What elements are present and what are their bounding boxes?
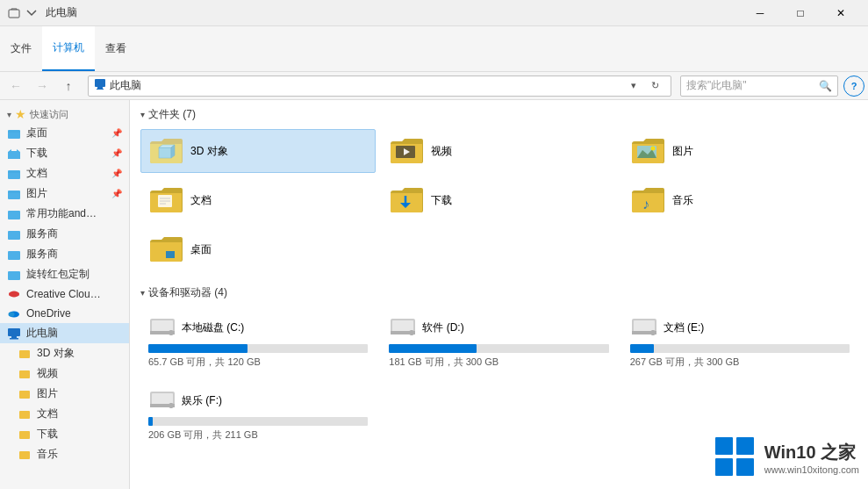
drive-f-info: 206 GB 可用，共 211 GB — [148, 428, 368, 442]
video-small-icon — [18, 367, 32, 381]
drive-item-c[interactable]: 本地磁盘 (C:) 65.7 GB 可用，共 120 GB — [140, 307, 376, 375]
folder-item-downloads[interactable]: 下载 — [381, 178, 616, 222]
svg-rect-23 — [19, 411, 30, 419]
tab-file[interactable]: 文件 — [0, 26, 42, 71]
sidebar-item-documents2[interactable]: 文档 — [0, 404, 129, 424]
back-button[interactable]: ← — [4, 74, 28, 98]
sidebar-documents2-label: 文档 — [37, 406, 58, 421]
svg-point-13 — [9, 292, 14, 297]
sidebar-item-this-pc[interactable]: 此电脑 — [0, 323, 129, 343]
svg-rect-11 — [8, 271, 20, 280]
sidebar-item-music[interactable]: 音乐 — [0, 444, 129, 464]
forward-button[interactable]: → — [30, 74, 54, 98]
sidebar-common-label: 常用功能and弹窗 — [26, 206, 105, 221]
sidebar-pictures2-label: 图片 — [37, 386, 58, 401]
search-box[interactable]: 搜索"此电脑" 🔍 — [680, 76, 838, 97]
desktop-folder-icon — [7, 126, 21, 140]
quick-access-header[interactable]: ▾ ★ 快速访问 — [0, 104, 129, 123]
drive-d-info: 181 GB 可用，共 300 GB — [389, 356, 608, 369]
svg-rect-7 — [8, 191, 20, 199]
sidebar-item-common[interactable]: 常用功能and弹窗 — [0, 204, 129, 224]
address-dropdown-button[interactable]: ▾ — [623, 76, 644, 96]
titlebar-qat-icon1[interactable] — [7, 6, 21, 20]
drive-e-label: 文档 (E:) — [664, 320, 705, 335]
tab-computer[interactable]: 计算机 — [42, 26, 95, 71]
music-folder-icon: ♪ — [630, 184, 665, 216]
folder-item-3d[interactable]: 3D 对象 — [140, 129, 376, 173]
svg-rect-19 — [10, 338, 18, 340]
drive-f-label: 娱乐 (F:) — [182, 393, 222, 408]
drive-d-header: 软件 (D:) — [389, 313, 608, 342]
sidebar-item-pictures2[interactable]: 图片 — [0, 384, 129, 404]
sidebar-item-video[interactable]: 视频 — [0, 363, 129, 384]
sidebar-item-documents[interactable]: 文档 📌 — [0, 163, 129, 183]
svg-rect-59 — [736, 458, 754, 476]
content-area: ▾ 文件夹 (7) — [130, 100, 868, 489]
svg-rect-22 — [19, 391, 30, 399]
minimize-button[interactable]: ─ — [740, 0, 780, 26]
svg-rect-4 — [8, 130, 20, 139]
downloads-folder-icon2 — [389, 184, 424, 216]
tab-view[interactable]: 查看 — [95, 26, 137, 71]
devices-section-header[interactable]: ▾ 设备和驱动器 (4) — [140, 285, 857, 300]
sidebar-item-3dobjects[interactable]: 3D 对象 — [0, 343, 129, 363]
folder-desktop-label: 桌面 — [190, 242, 212, 257]
address-bar-pc-icon — [94, 78, 106, 93]
title-bar: 此电脑 ─ □ ✕ — [0, 0, 868, 26]
sidebar-item-service2[interactable]: 服务商 — [0, 244, 129, 264]
sidebar-item-onedrive[interactable]: OneDrive — [0, 304, 129, 323]
downloads2-small-icon — [18, 428, 32, 442]
folder-item-desktop[interactable]: 桌面 — [140, 227, 376, 271]
drive-e-icon — [630, 313, 658, 342]
drive-c-bar-bg — [148, 344, 368, 353]
sidebar-downloads2-label: 下载 — [37, 427, 58, 442]
sidebar-creative-cloud-label: Creative Cloud F — [26, 288, 105, 300]
folder-item-documents[interactable]: 文档 — [140, 178, 376, 222]
up-button[interactable]: ↑ — [56, 74, 81, 98]
sidebar-3dobjects-label: 3D 对象 — [37, 346, 75, 361]
sidebar-item-spin[interactable]: 旋转红包定制 — [0, 264, 129, 284]
drive-c-bar-fill — [148, 344, 247, 353]
sidebar-item-service1[interactable]: 服务商 — [0, 224, 129, 244]
drive-item-d[interactable]: 软件 (D:) 181 GB 可用，共 300 GB — [381, 307, 616, 375]
3d-folder-icon — [148, 135, 183, 167]
drive-c-icon — [148, 313, 176, 342]
watermark: Win10 之家 www.win10xitong.com — [714, 435, 859, 480]
sidebar-onedrive-label: OneDrive — [26, 307, 71, 320]
drive-d-label: 软件 (D:) — [422, 320, 463, 335]
svg-rect-25 — [19, 451, 30, 459]
svg-rect-6 — [8, 170, 20, 179]
sidebar-music-label: 音乐 — [37, 447, 58, 462]
sidebar-item-downloads[interactable]: 下载 📌 — [0, 143, 129, 163]
folder-item-video[interactable]: 视频 — [381, 129, 616, 173]
this-pc-icon — [7, 327, 21, 341]
drive-item-f[interactable]: 娱乐 (F:) 206 GB 可用，共 211 GB — [140, 380, 376, 448]
quick-access-arrow: ▾ — [7, 110, 11, 119]
downloads-pin-icon: 📌 — [111, 148, 122, 159]
maximize-button[interactable]: □ — [780, 0, 821, 26]
documents-folder-icon2 — [148, 184, 183, 216]
sidebar-documents-label: 文档 — [26, 166, 47, 181]
drive-f-bar-fill — [148, 417, 153, 426]
help-button[interactable]: ? — [843, 76, 864, 97]
title-bar-icons — [7, 6, 39, 20]
address-bar[interactable]: 此电脑 ▾ ↻ — [88, 76, 671, 97]
sidebar-item-pictures[interactable]: 图片 📌 — [0, 183, 129, 204]
watermark-title: Win10 之家 — [764, 441, 859, 464]
folder-item-pictures[interactable]: 图片 — [622, 129, 857, 173]
devices-arrow-icon: ▾ — [140, 288, 145, 298]
sidebar-item-desktop[interactable]: 桌面 📌 — [0, 123, 129, 143]
svg-rect-24 — [19, 431, 30, 439]
titlebar-qat-icon2[interactable] — [25, 6, 39, 20]
sidebar-item-creative-cloud[interactable]: Creative Cloud F — [0, 284, 129, 304]
folders-section-header[interactable]: ▾ 文件夹 (7) — [140, 107, 857, 122]
close-button[interactable]: ✕ — [821, 0, 861, 26]
address-text: 此电脑 — [110, 78, 623, 93]
svg-text:♪: ♪ — [642, 197, 649, 212]
drive-f-icon — [148, 386, 176, 414]
drive-item-e[interactable]: 文档 (E:) 267 GB 可用，共 300 GB — [622, 307, 857, 375]
address-refresh-button[interactable]: ↻ — [644, 76, 665, 96]
sidebar-item-downloads2[interactable]: 下载 — [0, 424, 129, 444]
folder-item-music[interactable]: ♪ 音乐 — [622, 178, 857, 222]
drive-e-bar-fill — [630, 344, 655, 353]
